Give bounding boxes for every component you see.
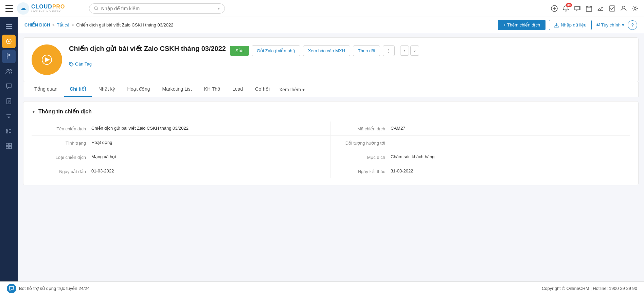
svg-rect-31: [6, 143, 8, 146]
form-row-ngay-bat-dau: Ngày bắt đầu 01-03-2022: [32, 164, 330, 178]
send-zalo-btn[interactable]: Gửi Zalo (miễn phí): [252, 45, 300, 56]
tab-overview[interactable]: Tổng quan: [29, 82, 63, 97]
sidebar-flag-icon[interactable]: [2, 50, 16, 63]
sidebar-people-icon[interactable]: [2, 64, 16, 78]
import-data-btn[interactable]: Nhập dữ liệu: [549, 20, 591, 30]
left-sidebar: [0, 17, 18, 281]
section-title: ▼ Thông tin chiến dịch: [32, 108, 630, 115]
footer-copyright: Copyright © OnlineCRM | Hotline: 1900 29…: [542, 286, 637, 291]
breadcrumb-actions: + Thêm chiến dịch Nhập dữ liệu Tùy chỉnh…: [498, 20, 637, 30]
tab-more[interactable]: Xem thêm ▾: [276, 83, 307, 96]
notification-badge: 39: [566, 3, 572, 7]
campaign-actions: Sửa Gửi Zalo (miễn phí) Xem báo cáo MXH …: [230, 45, 419, 56]
checkbox-btn[interactable]: [609, 5, 615, 12]
breadcrumb: CHIẾN DỊCH > Tất cả > Chiến dịch gửi bài…: [24, 22, 494, 27]
nav-arrows: ‹ ›: [400, 45, 419, 56]
svg-point-2: [94, 6, 97, 10]
chart-btn[interactable]: [597, 5, 604, 12]
tab-co-hoi[interactable]: Cơ hội: [250, 82, 275, 97]
search-icon: [94, 6, 99, 11]
customize-icon: [595, 23, 600, 27]
svg-line-3: [97, 9, 98, 10]
form-row-ma-chien-dich: Mã chiến dịch CAM27: [331, 122, 630, 136]
campaign-info: Chiến dịch gửi bài viết Zalo CSKH tháng …: [69, 44, 630, 67]
assign-tag-btn[interactable]: Gán Tag: [69, 61, 92, 67]
sidebar-campaign-icon[interactable]: [2, 35, 16, 48]
section-arrow-icon: ▼: [32, 109, 36, 114]
sidebar-filter-icon[interactable]: [2, 109, 16, 123]
logo-text: CLOUDPRO LIVE THE INDUSTRY: [31, 4, 65, 13]
footer-chat-text: Bot hỗ trợ sử dụng trực tuyến 24/24: [19, 286, 90, 291]
form-columns: Tên chiến dịch Chiến dịch gửi bài viết Z…: [32, 122, 630, 178]
footer-chat-icon: [7, 284, 16, 293]
logo-area: ☁ CLOUDPRO LIVE THE INDUSTRY: [17, 2, 78, 15]
form-row-ngay-ket-thuc: Ngày kết thúc 31-03-2022: [331, 164, 630, 178]
sidebar-menu-icon[interactable]: [2, 20, 16, 33]
form-row-doi-tuong: Đối tượng hướng tới: [331, 136, 630, 150]
svg-point-14: [634, 7, 636, 10]
campaign-header: Chiến dịch gửi bài viết Zalo CSKH tháng …: [23, 37, 639, 82]
prev-btn[interactable]: ‹: [400, 45, 409, 56]
campaign-avatar-icon: [39, 52, 54, 67]
breadcrumb-sep2: >: [72, 22, 74, 27]
form-row-loai-chien-dich: Loại chiến dịch Mạng xã hội: [32, 150, 330, 164]
breadcrumb-sep1: >: [52, 22, 55, 27]
add-campaign-btn[interactable]: + Thêm chiến dịch: [498, 20, 545, 30]
form-left-col: Tên chiến dịch Chiến dịch gửi bài viết Z…: [32, 122, 331, 178]
svg-text:☁: ☁: [20, 5, 26, 11]
footer-left: Bot hỗ trợ sử dụng trực tuyến 24/24: [7, 284, 90, 293]
notification-btn[interactable]: 39: [562, 5, 569, 12]
tab-kh-tho[interactable]: KH Thô: [199, 82, 226, 97]
follow-btn[interactable]: Theo dõi: [353, 45, 380, 56]
campaign-avatar: [32, 44, 62, 75]
breadcrumb-level1[interactable]: Tất cả: [57, 22, 70, 27]
tab-log[interactable]: Nhật ký: [93, 82, 121, 97]
user-btn[interactable]: [620, 5, 627, 12]
edit-btn[interactable]: Sửa: [230, 46, 249, 56]
tabs-bar: Tổng quan Chi tiết Nhật ký Hoạt động Mar…: [23, 82, 639, 97]
breadcrumb-bar: CHIẾN DỊCH > Tất cả > Chiến dịch gửi bài…: [18, 17, 644, 33]
breadcrumb-current: Chiến dịch gửi bài viết Zalo CSKH tháng …: [76, 22, 173, 27]
sidebar-document-icon[interactable]: [2, 94, 16, 108]
form-row-muc-dich: Mục đích Chăm sóc khách hàng: [331, 150, 630, 164]
tab-marketing-list[interactable]: Marketing List: [157, 82, 197, 97]
tag-icon: [69, 62, 74, 67]
add-btn[interactable]: [551, 5, 558, 12]
content-area: CHIẾN DỊCH > Tất cả > Chiến dịch gửi bài…: [18, 17, 644, 281]
tag-area: Gán Tag: [69, 61, 630, 67]
footer: Bot hỗ trợ sử dụng trực tuyến 24/24 Copy…: [0, 281, 644, 295]
next-btn[interactable]: ›: [410, 45, 419, 56]
svg-point-19: [10, 70, 12, 71]
top-bar: ☁ CLOUDPRO LIVE THE INDUSTRY ▾: [0, 0, 644, 17]
tab-detail[interactable]: Chi tiết: [64, 82, 92, 97]
chat-btn[interactable]: [574, 5, 581, 12]
form-right-col: Mã chiến dịch CAM27 Đối tượng hướng tới …: [331, 122, 630, 178]
customize-btn[interactable]: Tùy chỉnh ▾: [595, 22, 624, 27]
sidebar-chat-icon[interactable]: [2, 79, 16, 93]
logo-icon: ☁: [17, 2, 29, 15]
search-dropdown-icon[interactable]: ▾: [218, 6, 220, 11]
search-input[interactable]: [101, 6, 215, 11]
tab-lead[interactable]: Lead: [227, 82, 248, 97]
svg-rect-34: [9, 146, 12, 149]
breadcrumb-root[interactable]: CHIẾN DỊCH: [24, 22, 50, 27]
tab-activity[interactable]: Hoạt động: [122, 82, 156, 97]
svg-rect-12: [609, 6, 615, 11]
more-options-btn[interactable]: ⋮: [383, 45, 395, 56]
svg-rect-28: [6, 132, 8, 133]
sidebar-list-icon[interactable]: [2, 124, 16, 138]
svg-point-36: [70, 63, 71, 63]
top-actions: 39: [551, 5, 639, 12]
help-btn[interactable]: ?: [628, 20, 637, 30]
sidebar-plugin-icon[interactable]: [2, 139, 16, 153]
calendar-btn[interactable]: [586, 5, 592, 12]
svg-rect-7: [586, 6, 592, 12]
svg-rect-33: [6, 146, 8, 149]
hamburger-menu[interactable]: [5, 5, 13, 12]
view-report-btn[interactable]: Xem báo cáo MXH: [303, 45, 350, 56]
search-bar[interactable]: ▾: [89, 3, 225, 14]
form-row-tinh-trang: Tình trạng Hoạt động: [32, 136, 330, 150]
app-wrapper: ☁ CLOUDPRO LIVE THE INDUSTRY ▾: [0, 0, 644, 295]
settings-btn[interactable]: [632, 5, 639, 12]
svg-point-18: [7, 69, 9, 71]
